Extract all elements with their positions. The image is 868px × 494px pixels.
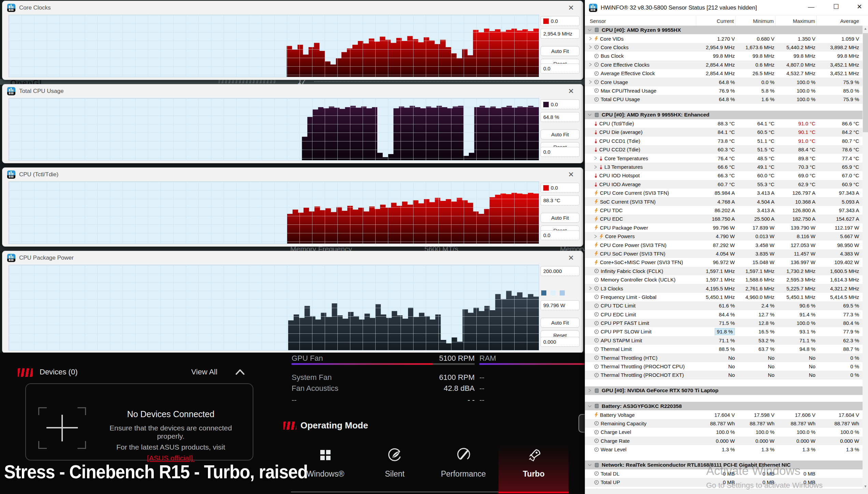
auto-fit-button[interactable]: Auto Fit (541, 213, 579, 223)
mode-windows[interactable]: Windows® (295, 446, 356, 479)
sensor-row[interactable]: CPU TDC Limit61.6 %2.4 %90.6 %69.5 % (585, 301, 863, 310)
sensor-group-row[interactable]: CPU [#0]: AMD Ryzen 9 9955HX (585, 26, 863, 34)
axis-max-box[interactable]: 0.0 (541, 99, 579, 109)
sensor-row[interactable]: CPU SoC Power (SVI3 TFN)4.054 W3.835 W11… (585, 249, 863, 258)
sensor-value: 100.0 % (736, 428, 776, 436)
column-average[interactable]: Average (816, 16, 860, 26)
window-titlebar[interactable]: CPU Package Power ✕ (2, 251, 583, 265)
sensor-name: Thermal Throttling (PROCHOT CPU) (601, 363, 685, 369)
sensor-row[interactable]: CPU Die (average)84.1 °C60.5 °C90.1 °C84… (585, 128, 863, 136)
sensor-row[interactable]: CPU Package Power99.796 W17.839 W139.790… (585, 223, 863, 232)
sensor-row[interactable]: Thermal Throttling (HTC)NoNoNo0 % (585, 353, 863, 362)
sensor-row[interactable]: Bus Clock99.8 MHz99.8 MHz99.8 MHz99.8 MH… (585, 52, 863, 60)
scroll-down-icon[interactable]: ▼ (863, 484, 868, 488)
sensor-row[interactable]: Memory Controller Clock (UCLK)1,597.1 MH… (585, 275, 863, 284)
sensor-row[interactable]: Infinity Fabric Clock (FCLK)1,597.1 MHz1… (585, 267, 863, 275)
sensor-row[interactable]: Thermal Throttling (PROCHOT EXT)NoNoNo0 … (585, 371, 863, 379)
sensor-value: 51.5 °C (736, 145, 776, 154)
sensor-value: 4.504 A (736, 197, 776, 206)
sensor-row[interactable]: Total CPU Usage64.8 %1.6 %100.0 %75.9 % (585, 95, 863, 104)
sensor-group-row[interactable]: GPU [#0]: NVIDIA GeForce RTX 5070 Ti Lap… (585, 386, 863, 395)
sensor-row[interactable]: APU STAPM Limit71.1 %53.2 %71.1 %62.3 % (585, 336, 863, 345)
sensor-row[interactable]: Charge Level100.0 %100.0 %100.0 %100.0 % (585, 428, 863, 436)
axis-max-box[interactable]: 0.0 (541, 183, 579, 193)
window-titlebar[interactable]: Core Clocks ✕ (2, 1, 583, 15)
add-device-icon[interactable] (38, 407, 86, 449)
sensor-row[interactable]: Frequency Limit - Global5,450.1 MHz4,960… (585, 293, 863, 301)
sensor-row[interactable]: Max CPU/Thread Usage76.9 %5.8 %100.0 %85… (585, 86, 863, 95)
sensor-row[interactable]: Total DL0 MB0 MB0 MB (585, 469, 863, 478)
sensor-row[interactable]: CPU TDC86.202 A3.413 A126.800 A97.343 A (585, 206, 863, 215)
collapse-chevron-icon[interactable] (235, 368, 245, 378)
sensor-titlebar[interactable]: HWiNFO® 32 v8.30-5800 Sensor Status [212… (585, 0, 868, 16)
sensor-row[interactable]: CPU PPT FAST Limit71.5 %12.8 %100.0 %80.… (585, 319, 863, 327)
sensor-group-row[interactable]: CPU [#0]: AMD Ryzen 9 9955HX: Enhanced (585, 111, 863, 119)
sensor-group-row[interactable]: Battery: AS3GYFG3KC R220358 (585, 402, 863, 410)
close-icon[interactable]: ✕ (568, 254, 574, 261)
sensor-row[interactable]: Thermal Limit88.5 %63.7 %94.8 %88.7 % (585, 345, 863, 353)
current-value-box: 64.8 % (541, 112, 579, 122)
auto-fit-button[interactable]: Auto Fit (541, 318, 579, 328)
sensor-row[interactable]: Battery Voltage17.604 V17.598 V17.606 V1… (585, 410, 863, 419)
sensor-row[interactable]: CPU IOD Hotspot66.3 °C60.0 °C69.0 °C67.0… (585, 171, 863, 180)
sensor-row[interactable]: L3 Temperatures66.6 °C49.1 °C70.3 °C65.9… (585, 163, 863, 171)
group-name: GPU [#0]: NVIDIA GeForce RTX 5070 Ti Lap… (602, 387, 718, 394)
auto-fit-button[interactable]: Auto Fit (541, 129, 579, 139)
window-titlebar[interactable]: Total CPU Usage ✕ (2, 84, 583, 98)
series-color-swatch[interactable] (541, 290, 546, 296)
sensor-row[interactable]: Wear Level1.3 %1.3 %1.3 %1.3 % (585, 445, 863, 454)
mode-turbo[interactable]: Turbo (503, 446, 564, 479)
column-minimum[interactable]: Minimum (735, 16, 775, 26)
performance-gauge-icon (433, 446, 494, 464)
vertical-scrollbar[interactable]: ▲ ▼ (863, 26, 868, 489)
window-titlebar[interactable]: CPU (Tctl/Tdie) ✕ (2, 168, 583, 181)
sensor-row[interactable]: SoC Current (SVI3 TFN)4.768 A4.504 A10.3… (585, 197, 863, 206)
sensor-table-header[interactable]: Sensor Current Minimum Maximum Average (585, 16, 868, 26)
axis-max-label: 0.0 (551, 101, 558, 107)
sensor-row[interactable]: CPU Core Power (SVI3 TFN)87.292 W3.458 W… (585, 241, 863, 249)
sensor-row[interactable]: Core Usage64.8 %0.0 %100.0 %75.9 % (585, 78, 863, 86)
sensor-value: 10.368 A (776, 197, 817, 206)
sensor-row[interactable]: Core Clocks2,954.9 MHz1,673.6 MHz5,440.2… (585, 43, 863, 52)
sensor-row[interactable]: Core Temperatures76.4 °C48.5 °C89.8 °C77… (585, 154, 863, 162)
mode-performance[interactable]: Performance (433, 446, 494, 479)
series-color-swatches[interactable] (541, 290, 579, 296)
sensor-row[interactable]: CPU IOD Average60.7 °C55.3 °C62.9 °C60.9… (585, 180, 863, 189)
axis-max-label: 0.0 (551, 18, 558, 24)
mode-silent[interactable]: Silent (364, 446, 425, 479)
close-icon[interactable]: ✕ (568, 171, 574, 178)
sensor-row[interactable]: Core VIDs1.270 V0.680 V1.350 V1.059 V (585, 34, 863, 43)
sensor-row[interactable]: CPU (Tctl/Tdie)88.3 °C64.1 °C91.0 °C86.6… (585, 119, 863, 128)
close-icon[interactable]: ✕ (857, 3, 862, 10)
maximize-icon[interactable]: ☐ (833, 3, 839, 10)
scroll-up-icon[interactable]: ▲ (863, 27, 868, 30)
sensor-row[interactable]: Core Powers4.790 W0.013 W8.116 W5.667 W (585, 232, 863, 241)
series-color-swatch[interactable] (560, 290, 565, 296)
scrollbar-thumb[interactable] (863, 33, 868, 132)
minimize-icon[interactable]: — (808, 3, 814, 10)
sensor-group-row[interactable]: Network: RealTek Semiconductor RTL8168/8… (585, 461, 863, 469)
sensor-row[interactable]: Charge Rate0.000 W0.000 W0.000 W0.000 W (585, 437, 863, 445)
close-icon[interactable]: ✕ (568, 4, 574, 11)
sensor-row[interactable]: CPU CCD2 (Tdie)60.3 °C51.5 °C88.4 °C78.6… (585, 145, 863, 154)
sensor-row[interactable]: Average Effective Clock2,854.4 MHz26.5 M… (585, 69, 863, 78)
sensor-row[interactable]: CPU PPT SLOW Limit91.8 %16.5 %93.1 %77.9… (585, 327, 863, 336)
sensor-row[interactable]: CPU CCD1 (Tdie)73.8 °C51.1 °C91.0 °C80.7… (585, 137, 863, 145)
view-all-link[interactable]: View All (191, 368, 218, 376)
sensor-row[interactable]: Remaining Capacity88.787 Wh88.787 Wh88.7… (585, 419, 863, 428)
sensor-row[interactable]: Core Effective Clocks2,854.4 MHz0.6 MHz4… (585, 60, 863, 69)
sensor-row[interactable]: Thermal Throttling (PROCHOT CPU)NoNoNo0 … (585, 362, 863, 371)
sensor-row[interactable]: Total UP0 MB0 MB0 MB (585, 478, 863, 486)
sensor-row[interactable]: CPU Core Current (SVI3 TFN)85.984 A3.413… (585, 189, 863, 197)
column-maximum[interactable]: Maximum (775, 16, 816, 26)
axis-max-box[interactable]: 0.0 (541, 16, 579, 26)
close-icon[interactable]: ✕ (568, 87, 574, 95)
sensor-row[interactable]: CPU EDC168.750 A25.500 A182.750 A154.627… (585, 215, 863, 223)
series-color-swatch[interactable] (550, 290, 556, 296)
sensor-row[interactable]: Core+SoC+MISC Power (SVI3 TFN)96.972 W15… (585, 258, 863, 266)
sensor-row[interactable]: L3 Clocks4,195.5 MHz2,761.6 MHz5,225.7 M… (585, 284, 863, 292)
sensor-row[interactable]: CPU EDC Limit84.4 %12.7 %91.4 %77.3 % (585, 310, 863, 319)
auto-fit-button[interactable]: Auto Fit (541, 46, 579, 56)
column-current[interactable]: Current (696, 16, 735, 26)
column-sensor[interactable]: Sensor (585, 18, 696, 24)
